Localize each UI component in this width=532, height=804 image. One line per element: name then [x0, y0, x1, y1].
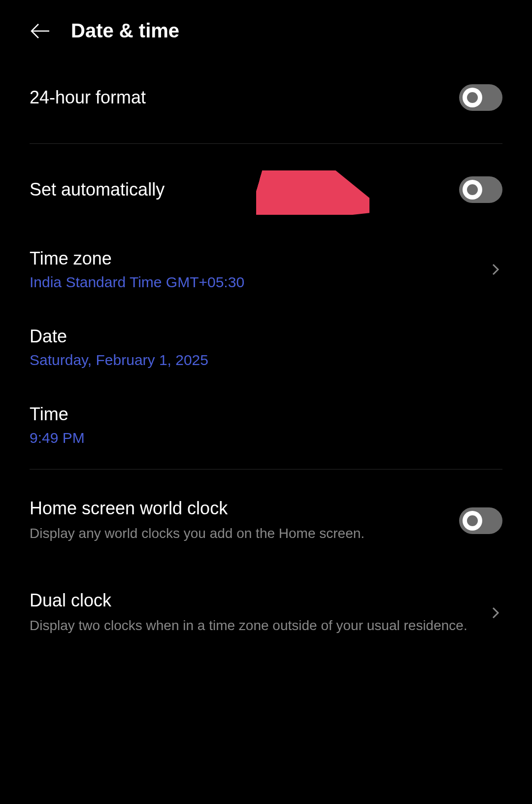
- toggle-knob: [463, 511, 482, 531]
- back-button[interactable]: [30, 20, 51, 42]
- label-date: Date: [30, 326, 502, 347]
- label-24hour: 24-hour format: [30, 87, 459, 108]
- label-world-clock: Home screen world clock: [30, 498, 459, 519]
- label-set-auto: Set automatically: [30, 179, 459, 200]
- toggle-world-clock[interactable]: [459, 507, 502, 534]
- label-dual-clock: Dual clock: [30, 590, 479, 611]
- value-timezone: India Standard Time GMT+05:30: [30, 274, 479, 291]
- toggle-24hour[interactable]: [459, 84, 502, 111]
- toggle-knob: [463, 88, 482, 107]
- chevron-right-icon: [489, 606, 502, 620]
- row-dual-clock[interactable]: Dual clock Display two clocks when in a …: [30, 567, 502, 659]
- row-date[interactable]: Date Saturday, February 1, 2025: [30, 308, 502, 386]
- header: Date & time: [0, 0, 532, 57]
- row-set-automatically[interactable]: Set automatically: [30, 149, 502, 231]
- row-timezone[interactable]: Time zone India Standard Time GMT+05:30: [30, 231, 502, 308]
- toggle-set-auto[interactable]: [459, 176, 502, 203]
- chevron-right-icon: [489, 263, 502, 276]
- label-timezone: Time zone: [30, 248, 479, 269]
- value-time: 9:49 PM: [30, 430, 502, 446]
- settings-list: 24-hour format Set automatically Time zo…: [0, 57, 532, 659]
- divider: [30, 143, 502, 144]
- desc-world-clock: Display any world clocks you add on the …: [30, 524, 459, 543]
- row-24hour-format[interactable]: 24-hour format: [30, 57, 502, 138]
- page-title: Date & time: [71, 20, 179, 42]
- toggle-knob: [463, 180, 482, 200]
- divider: [30, 469, 502, 469]
- label-time: Time: [30, 404, 502, 425]
- row-time[interactable]: Time 9:49 PM: [30, 386, 502, 464]
- row-world-clock[interactable]: Home screen world clock Display any worl…: [30, 474, 502, 567]
- desc-dual-clock: Display two clocks when in a time zone o…: [30, 616, 479, 635]
- arrow-left-icon: [30, 20, 51, 42]
- value-date: Saturday, February 1, 2025: [30, 352, 502, 368]
